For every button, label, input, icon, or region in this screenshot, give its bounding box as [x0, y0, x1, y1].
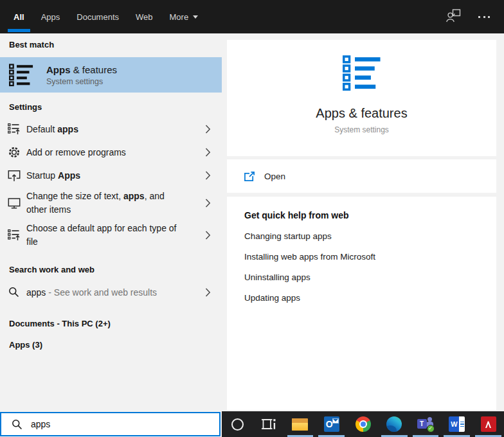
gear-icon — [8, 146, 21, 159]
best-match-section-label: Best match — [9, 33, 222, 49]
app-preview-card: Apps & features System settings — [227, 40, 496, 156]
chrome-icon[interactable] — [347, 411, 379, 437]
windows-search-panel: All Apps Documents Web More — [0, 0, 504, 437]
open-external-icon — [244, 171, 255, 182]
search-filter-bar: All Apps Documents Web More — [0, 0, 504, 33]
apps-features-list-icon — [343, 55, 381, 91]
ellipsis-icon[interactable] — [478, 16, 490, 18]
file-explorer-icon[interactable] — [285, 411, 316, 437]
tab-documents[interactable]: Documents — [68, 0, 127, 33]
chevron-right-icon — [205, 171, 211, 180]
chevron-right-icon — [205, 288, 211, 297]
preview-subtitle: System settings — [334, 125, 389, 134]
tab-all-label: All — [14, 12, 24, 22]
tab-more[interactable]: More — [161, 0, 207, 33]
search-input[interactable] — [31, 419, 198, 429]
documents-section-label[interactable]: Documents - This PC (2+) — [9, 319, 222, 328]
settings-item-startup-apps[interactable]: Startup Apps — [0, 164, 222, 187]
tab-web[interactable]: Web — [127, 0, 161, 33]
task-view-icon[interactable] — [253, 411, 285, 437]
settings-item-choose-default-app[interactable]: Choose a default app for each type of fi… — [0, 219, 222, 251]
search-icon — [11, 418, 23, 431]
startup-monitor-icon — [8, 169, 21, 182]
word-icon[interactable]: W — [441, 411, 473, 437]
settings-item-add-remove-programs[interactable]: Add or remove programs — [0, 141, 222, 164]
outlook-icon[interactable]: O — [316, 411, 347, 437]
tab-apps[interactable]: Apps — [33, 0, 69, 33]
cortana-icon[interactable] — [222, 411, 253, 437]
chevron-down-icon — [193, 15, 198, 19]
best-match-title: Apps & features — [46, 64, 117, 75]
search-input-box[interactable] — [0, 412, 221, 436]
settings-item-default-apps[interactable]: Default apps — [0, 118, 222, 141]
acrobat-icon[interactable] — [473, 411, 504, 437]
best-match-result[interactable]: Apps & features System settings — [0, 57, 222, 93]
default-apps-list-icon — [8, 123, 21, 136]
best-match-subtitle: System settings — [46, 77, 117, 86]
settings-item-change-size[interactable]: Change the size of text, apps, and other… — [0, 187, 222, 219]
apps-section-label[interactable]: Apps (3) — [9, 340, 222, 350]
open-label: Open — [264, 172, 285, 181]
quick-help-card: Get quick help from web Changing startup… — [227, 197, 496, 410]
preview-title: Apps & features — [316, 106, 407, 121]
chevron-right-icon — [205, 125, 211, 134]
search-results-panel: Best match Apps & features System settin… — [0, 33, 222, 437]
teams-icon[interactable]: T ✓ — [410, 411, 442, 437]
default-apps-list-icon — [8, 229, 21, 242]
search-icon — [8, 286, 21, 299]
open-action-row[interactable]: Open — [227, 159, 496, 193]
settings-section-label: Settings — [9, 102, 222, 112]
quick-help-header: Get quick help from web — [244, 210, 479, 220]
help-link-updating-apps[interactable]: Updating apps — [244, 293, 479, 303]
display-icon — [8, 197, 21, 210]
help-link-installing-web-apps[interactable]: Installing web apps from Microsoft — [244, 252, 479, 262]
edge-icon[interactable] — [379, 411, 410, 437]
chevron-right-icon — [205, 199, 211, 208]
search-web-section-label: Search work and web — [9, 265, 222, 274]
tab-all[interactable]: All — [5, 0, 33, 33]
active-tab-underline — [8, 29, 30, 32]
help-link-changing-startup-apps[interactable]: Changing startup apps — [244, 231, 479, 241]
chevron-right-icon — [205, 231, 211, 240]
chevron-right-icon — [205, 148, 211, 157]
apps-features-list-icon — [9, 64, 33, 87]
preview-panel: Apps & features System settings Open Get… — [222, 33, 504, 437]
search-web-result-row[interactable]: apps - See work and web results — [0, 283, 222, 301]
help-link-uninstalling-apps[interactable]: Uninstalling apps — [244, 272, 479, 282]
taskbar: O T ✓ W — [222, 411, 504, 437]
account-feedback-icon[interactable] — [446, 8, 462, 25]
